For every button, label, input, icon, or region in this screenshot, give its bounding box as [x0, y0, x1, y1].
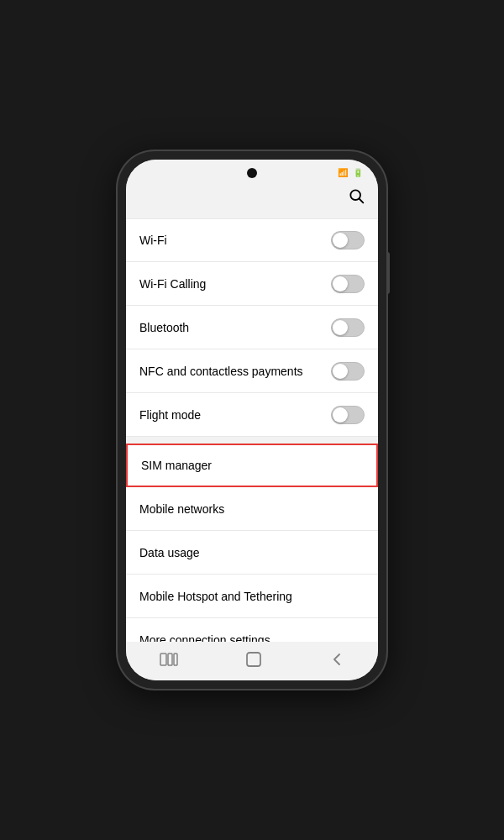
setting-label-nfc: NFC and contactless payments — [139, 365, 303, 378]
section-gap — [126, 437, 378, 444]
toggle-flight-mode[interactable] — [331, 406, 365, 424]
menu-label-data-usage: Data usage — [139, 546, 200, 559]
back-nav-button[interactable] — [329, 652, 344, 667]
search-button[interactable] — [348, 187, 365, 208]
setting-label-flight-mode: Flight mode — [139, 408, 201, 422]
svg-rect-3 — [168, 654, 172, 665]
phone-screen: 📶 🔋 Wi-FiWi-Fi CallingBlue — [126, 160, 378, 680]
toggle-bluetooth[interactable] — [331, 318, 365, 337]
phone-shell: 📶 🔋 Wi-FiWi-Fi CallingBlue — [118, 151, 386, 689]
nav-bar — [126, 642, 378, 680]
setting-label-bluetooth: Bluetooth — [139, 321, 189, 334]
svg-line-1 — [360, 199, 364, 203]
signal-icon: 📶 — [338, 168, 348, 177]
status-icons: 📶 🔋 — [338, 168, 363, 177]
menu-label-sim-manager: SIM manager — [141, 459, 212, 472]
menu-label-more-settings: More connection settings — [139, 633, 270, 643]
setting-label-wifi-calling: Wi-Fi Calling — [139, 277, 206, 291]
camera-notch — [247, 168, 257, 178]
menu-row-mobile-hotspot[interactable]: Mobile Hotspot and Tethering — [126, 575, 378, 618]
menu-items-list: SIM managerMobile networksData usageMobi… — [126, 444, 378, 642]
menu-label-mobile-networks: Mobile networks — [139, 502, 224, 516]
menu-row-mobile-networks[interactable]: Mobile networks — [126, 487, 378, 531]
svg-rect-2 — [160, 654, 166, 665]
menu-row-sim-manager[interactable]: SIM manager — [126, 444, 378, 487]
setting-row-bluetooth[interactable]: Bluetooth — [126, 306, 378, 349]
svg-rect-4 — [174, 654, 177, 665]
battery-icon: 🔋 — [353, 168, 363, 177]
setting-row-nfc[interactable]: NFC and contactless payments — [126, 349, 378, 393]
recent-apps-button[interactable] — [160, 653, 178, 666]
toggle-settings-list: Wi-FiWi-Fi CallingBluetoothNFC and conta… — [126, 218, 378, 437]
content-area: Wi-FiWi-Fi CallingBluetoothNFC and conta… — [126, 218, 378, 642]
setting-row-wifi-calling[interactable]: Wi-Fi Calling — [126, 262, 378, 306]
home-button[interactable] — [244, 650, 263, 669]
setting-row-flight-mode[interactable]: Flight mode — [126, 393, 378, 437]
setting-row-wifi[interactable]: Wi-Fi — [126, 218, 378, 262]
setting-label-wifi: Wi-Fi — [139, 234, 167, 247]
menu-label-mobile-hotspot: Mobile Hotspot and Tethering — [139, 590, 292, 603]
menu-row-more-settings[interactable]: More connection settings — [126, 618, 378, 642]
toggle-nfc[interactable] — [331, 362, 365, 381]
menu-row-data-usage[interactable]: Data usage — [126, 531, 378, 575]
svg-rect-5 — [247, 653, 260, 666]
page-header — [126, 181, 378, 218]
toggle-wifi[interactable] — [331, 231, 365, 249]
toggle-wifi-calling[interactable] — [331, 275, 365, 293]
